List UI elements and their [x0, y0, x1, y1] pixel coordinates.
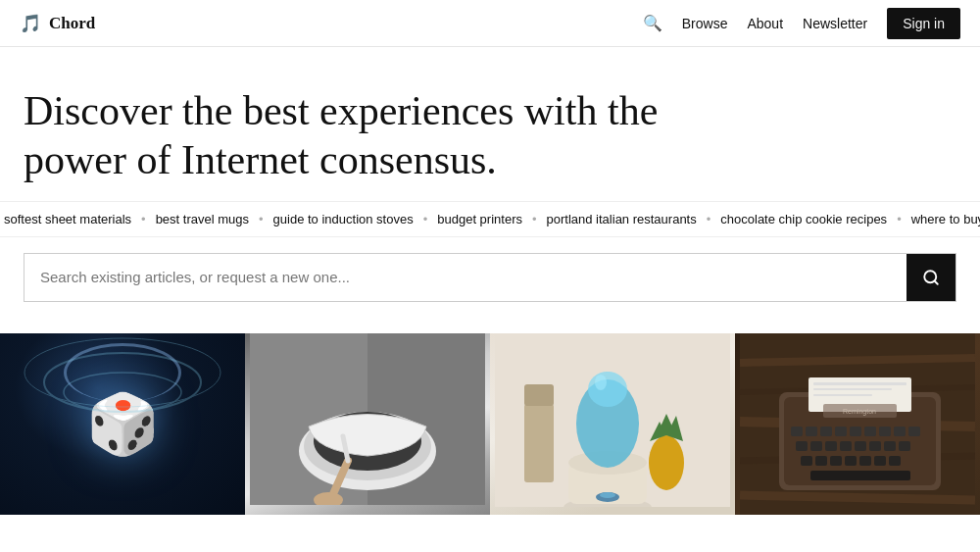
svg-rect-55 [869, 441, 881, 451]
svg-rect-61 [845, 456, 857, 466]
typewriter-illustration: Remington [740, 333, 975, 515]
svg-rect-15 [524, 384, 554, 406]
tag-sep-1: • [141, 212, 146, 226]
svg-rect-43 [820, 427, 832, 436]
svg-rect-62 [859, 456, 871, 466]
svg-rect-57 [899, 441, 910, 451]
tag-softest-sheet-materials[interactable]: softest sheet materials [0, 212, 135, 226]
image-humidifier[interactable] [490, 333, 735, 515]
image-grid: 🎲 [0, 333, 980, 515]
svg-rect-45 [850, 427, 861, 436]
svg-line-34 [740, 495, 975, 500]
svg-rect-46 [864, 427, 876, 436]
svg-rect-41 [791, 427, 803, 436]
svg-line-1 [934, 280, 937, 283]
tag-sep-2: • [259, 212, 264, 226]
svg-point-24 [588, 372, 627, 407]
svg-point-2 [44, 353, 201, 412]
navbar: 🎵 Chord 🔍 Browse About Newsletter Sign i… [0, 0, 980, 47]
signin-button[interactable]: Sign in [887, 8, 960, 39]
svg-rect-53 [840, 441, 852, 451]
svg-rect-40 [813, 394, 872, 396]
svg-rect-48 [894, 427, 906, 436]
tag-best-travel-mugs[interactable]: best travel mugs [152, 212, 253, 226]
tag-sep-4: • [532, 212, 537, 226]
newsletter-link[interactable]: Newsletter [803, 16, 867, 31]
tag-sep-3: • [423, 212, 428, 226]
svg-rect-42 [806, 427, 817, 436]
svg-rect-47 [879, 427, 891, 436]
svg-rect-64 [889, 456, 901, 466]
svg-point-25 [595, 375, 607, 390]
tag-typewriters[interactable]: where to buy typewriters [907, 212, 980, 226]
search-icon[interactable]: 🔍 [643, 14, 662, 32]
svg-rect-52 [825, 441, 837, 451]
svg-rect-58 [801, 456, 812, 466]
search-button[interactable] [906, 254, 956, 301]
svg-rect-63 [874, 456, 886, 466]
svg-rect-60 [830, 456, 842, 466]
hero-section: Discover the best experiences with the p… [0, 47, 980, 201]
svg-rect-54 [855, 441, 866, 451]
svg-rect-56 [884, 441, 896, 451]
search-icon [922, 269, 940, 286]
search-input[interactable] [24, 254, 906, 301]
tag-budget-printers[interactable]: budget printers [433, 212, 526, 226]
search-section [0, 237, 980, 318]
svg-rect-39 [813, 388, 892, 390]
svg-point-3 [64, 373, 181, 412]
svg-point-16 [649, 435, 684, 490]
tag-chocolate-chip-cookies[interactable]: chocolate chip cookie recipes [716, 212, 891, 226]
search-box [24, 253, 956, 302]
svg-rect-51 [810, 441, 822, 451]
tag-guide-induction-stoves[interactable]: guide to induction stoves [270, 212, 417, 226]
image-rubiks-cube[interactable]: 🎲 [0, 333, 245, 515]
tag-sep-5: • [707, 212, 711, 226]
chord-logo-icon: 🎵 [20, 13, 41, 34]
humidifier-illustration [495, 333, 730, 507]
browse-link[interactable]: Browse [682, 16, 728, 31]
svg-text:Remington: Remington [843, 408, 876, 416]
image-bidet[interactable] [245, 333, 490, 515]
brand-name: Chord [49, 14, 95, 33]
about-link[interactable]: About [747, 16, 783, 31]
svg-rect-44 [835, 427, 847, 436]
tag-portland-restaurants[interactable]: portland italian restaurants [543, 212, 701, 226]
bidet-illustration [250, 333, 485, 505]
hero-title: Discover the best experiences with the p… [24, 86, 768, 185]
image-typewriter[interactable]: Remington [735, 333, 980, 515]
svg-rect-59 [815, 456, 827, 466]
tag-sep-6: • [897, 212, 902, 226]
svg-point-27 [600, 492, 615, 498]
svg-rect-65 [810, 471, 910, 480]
svg-rect-49 [908, 427, 920, 436]
svg-rect-14 [524, 404, 554, 482]
water-rings [0, 333, 245, 515]
svg-rect-50 [796, 441, 808, 451]
navbar-left: 🎵 Chord [20, 13, 95, 34]
tags-bar: softest sheet materials • best travel mu… [0, 201, 980, 237]
svg-rect-38 [813, 382, 906, 385]
svg-line-30 [740, 358, 975, 363]
navbar-right: 🔍 Browse About Newsletter Sign in [643, 8, 960, 39]
